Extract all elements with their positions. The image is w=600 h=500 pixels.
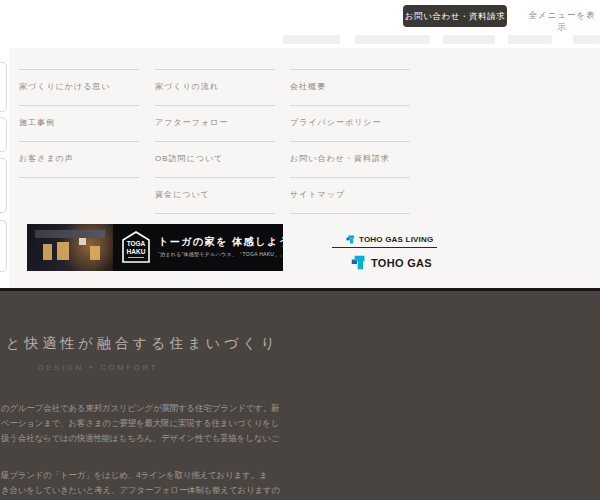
- menu-link[interactable]: OB訪問について: [155, 141, 275, 177]
- section-heading: と快適性が融合する住まいづくり: [6, 335, 279, 353]
- menu-link[interactable]: 家づくりの流れ: [155, 69, 275, 105]
- banner-subtitle: “泊まれる”体感型モデルハウス、「TOGA HAKU」。: [158, 251, 283, 257]
- paragraph-line: 級ブランドの「トーガ」をはじめ、4ラインを取り揃えております。ま: [1, 468, 301, 483]
- svg-text:HAKU: HAKU: [127, 248, 146, 255]
- menu-column-3: 会社概要 プライバシーポリシー お問い合わせ・資料請求 サイトマップ: [290, 69, 410, 214]
- top-bar: お問い合わせ・資料請求 全メニューを表示: [0, 0, 600, 48]
- faded-nav-item[interactable]: [443, 35, 495, 44]
- left-category-box[interactable]: [0, 158, 7, 213]
- menu-link[interactable]: アフターフォロー: [155, 105, 275, 141]
- faded-nav-item[interactable]: [508, 35, 552, 44]
- banner-title: トーガの家を 体感しよう: [158, 235, 283, 249]
- menu-link[interactable]: 会社概要: [290, 69, 410, 105]
- svg-text:TOGA: TOGA: [127, 240, 146, 247]
- paragraph-line: 扱う会社ならではの快適性能はもちろん、デザイン性でも妥協をしないご: [1, 431, 301, 446]
- menu-link[interactable]: 資金について: [155, 177, 275, 213]
- toga-haku-banner[interactable]: TOGA HAKU トーガの家を 体感しよう “泊まれる”体感型モデルハウス、「…: [27, 224, 283, 271]
- toga-haku-badge-icon: TOGA HAKU: [122, 231, 150, 263]
- left-category-box[interactable]: [0, 117, 7, 152]
- paragraph-line: き合いをしていきたいと考え、アフターフォロー体制も整えておりますの: [1, 483, 301, 498]
- mega-menu-panel: 家づくりにかける思い 施工事例 お客さまの声 家づくりの流れ アフターフォロー …: [0, 48, 600, 288]
- contact-request-button[interactable]: お問い合わせ・資料請求: [403, 5, 507, 27]
- menu-link[interactable]: お客さまの声: [19, 141, 139, 177]
- menu-link[interactable]: 家づくりにかける思い: [19, 69, 139, 105]
- toho-gas-mark-icon: [346, 235, 355, 244]
- faded-nav-item[interactable]: [283, 35, 340, 44]
- toho-gas-logo[interactable]: TOHO GAS: [351, 254, 432, 271]
- left-category-box[interactable]: [0, 220, 7, 272]
- toho-gas-living-logo[interactable]: TOHO GAS LIVING: [346, 233, 433, 245]
- left-category-box[interactable]: [0, 62, 7, 112]
- toho-gas-mark-icon: [351, 255, 366, 270]
- section-subheading: DESIGN + COMFORT: [38, 363, 158, 372]
- toho-gas-living-label: TOHO GAS LIVING: [359, 235, 433, 244]
- model-house-photo: [27, 224, 113, 271]
- faded-nav-item[interactable]: [355, 35, 430, 44]
- paragraph-line: のグループ会社である東邦ガスリビングが展開する住宅ブランドです。新: [1, 401, 301, 416]
- menu-column-2: 家づくりの流れ アフターフォロー OB訪問について 資金について: [155, 69, 275, 214]
- concept-section: と快適性が融合する住まいづくり DESIGN + COMFORT のグループ会社…: [0, 288, 600, 500]
- logo-divider-line: [332, 247, 437, 248]
- section-paragraph-2: 級ブランドの「トーガ」をはじめ、4ラインを取り揃えております。ま き合いをしてい…: [1, 468, 301, 498]
- section-paragraph-1: のグループ会社である東邦ガスリビングが展開する住宅ブランドです。新 ベーションま…: [1, 401, 301, 446]
- menu-link[interactable]: 施工事例: [19, 105, 139, 141]
- menu-link[interactable]: サイトマップ: [290, 177, 410, 213]
- menu-column-1: 家づくりにかける思い 施工事例 お客さまの声: [19, 69, 139, 178]
- page: お問い合わせ・資料請求 全メニューを表示 家づくりにかける思い 施工事例 お客さ…: [0, 0, 600, 500]
- faded-nav-item[interactable]: [573, 35, 600, 44]
- menu-link[interactable]: お問い合わせ・資料請求: [290, 141, 410, 177]
- toho-gas-label: TOHO GAS: [371, 257, 432, 269]
- menu-link[interactable]: プライバシーポリシー: [290, 105, 410, 141]
- paragraph-line: ベーションまで、お客さまのご要望を最大限に実現する住まいづくりをし: [1, 416, 301, 431]
- show-all-menu-button[interactable]: 全メニューを表示: [524, 10, 600, 34]
